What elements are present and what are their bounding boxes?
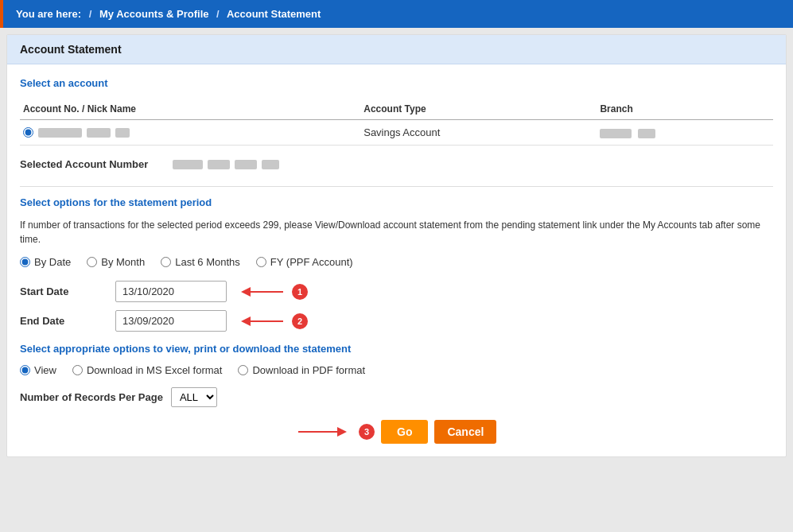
selected-account-value: [173, 160, 279, 169]
start-date-annotation: 1: [239, 284, 308, 300]
account-type-cell: Savings Account: [360, 120, 597, 146]
col-branch: Branch: [597, 99, 773, 120]
account-no-redacted3: [115, 128, 130, 138]
records-label: Number of Records Per Page: [20, 391, 163, 403]
period-section-title: Select options for the statement period: [20, 196, 773, 208]
cancel-button[interactable]: Cancel: [434, 420, 496, 444]
output-label-pdf: Download in PDF format: [252, 364, 365, 376]
actions-row: 3 Go Cancel: [298, 420, 773, 444]
breadcrumb-bar: You are here: / My Accounts & Profile / …: [0, 0, 793, 28]
breadcrumb-home[interactable]: My Accounts & Profile: [99, 8, 208, 20]
output-label-excel: Download in MS Excel format: [87, 364, 223, 376]
period-info-text: If number of transactions for the select…: [20, 218, 773, 247]
period-label-bymonth: By Month: [101, 256, 145, 268]
card-header: Account Statement: [7, 35, 786, 64]
main-card: Account Statement Select an account Acco…: [6, 34, 787, 457]
annotation-2-circle: 2: [292, 313, 308, 329]
end-date-annotation: 2: [239, 313, 308, 329]
branch-redacted1: [600, 129, 632, 138]
arrow-2-icon: [239, 313, 287, 329]
period-option-fy[interactable]: FY (PPF Account): [256, 256, 353, 268]
selected-account-row: Selected Account Number: [20, 155, 773, 173]
card-title: Account Statement: [20, 43, 773, 56]
output-radio-pdf[interactable]: [238, 365, 248, 375]
start-date-input[interactable]: [115, 281, 227, 302]
account-no-redacted: [38, 128, 82, 138]
sel-acc-redacted4: [262, 160, 279, 169]
period-option-bydate[interactable]: By Date: [20, 256, 71, 268]
period-radio-bymonth[interactable]: [87, 257, 97, 267]
output-radio-excel[interactable]: [72, 365, 83, 375]
breadcrumb-prefix: You are here:: [16, 8, 81, 20]
records-row: Number of Records Per Page ALL 10 25 50 …: [20, 387, 773, 407]
account-radio-input[interactable]: [23, 127, 33, 138]
output-option-view[interactable]: View: [20, 364, 56, 376]
account-table: Account No. / Nick Name Account Type Bra…: [20, 99, 773, 146]
period-radio-last6[interactable]: [161, 257, 171, 267]
output-label-view: View: [34, 364, 56, 376]
start-date-row: Start Date 1: [20, 281, 773, 302]
go-annotation: 3: [298, 424, 375, 440]
output-radio-group: View Download in MS Excel format Downloa…: [20, 364, 773, 376]
breadcrumb-current: Account Statement: [227, 8, 321, 20]
end-date-row: End Date 2: [20, 310, 773, 332]
period-radio-bydate[interactable]: [20, 257, 30, 267]
output-option-excel[interactable]: Download in MS Excel format: [72, 364, 223, 376]
sel-acc-redacted1: [173, 160, 203, 169]
annotation-1-circle: 1: [292, 284, 308, 300]
col-account-type: Account Type: [360, 99, 597, 120]
output-option-pdf[interactable]: Download in PDF format: [238, 364, 365, 376]
divider-1: [20, 186, 773, 187]
arrow-3-icon: [298, 424, 354, 440]
breadcrumb-sep1: /: [89, 8, 92, 20]
start-date-label: Start Date: [20, 285, 115, 297]
period-label-fy: FY (PPF Account): [270, 256, 353, 268]
output-radio-view[interactable]: [20, 365, 30, 375]
table-row: Savings Account: [20, 120, 773, 146]
records-select[interactable]: ALL 10 25 50 100: [171, 387, 217, 407]
annotation-3-circle: 3: [359, 424, 375, 440]
arrow-1-icon: [239, 284, 287, 300]
col-account-no: Account No. / Nick Name: [20, 99, 360, 120]
card-body: Select an account Account No. / Nick Nam…: [7, 64, 786, 456]
period-label-bydate: By Date: [34, 256, 71, 268]
sel-acc-redacted3: [235, 160, 257, 169]
period-radio-group: By Date By Month Last 6 Months FY (PPF A…: [20, 256, 773, 268]
end-date-input[interactable]: [115, 310, 227, 332]
selected-account-label: Selected Account Number: [20, 158, 163, 170]
branch-redacted2: [638, 129, 655, 138]
end-date-label: End Date: [20, 315, 115, 327]
breadcrumb-sep2: /: [216, 8, 220, 20]
go-button[interactable]: Go: [381, 420, 428, 444]
period-radio-fy[interactable]: [256, 257, 266, 267]
period-label-last6: Last 6 Months: [175, 256, 240, 268]
period-option-last6[interactable]: Last 6 Months: [161, 256, 240, 268]
output-section-title: Select appropriate options to view, prin…: [20, 343, 773, 355]
period-option-bymonth[interactable]: By Month: [87, 256, 145, 268]
date-fields: Start Date 1: [20, 281, 773, 332]
sel-acc-redacted2: [208, 160, 230, 169]
page-wrapper: You are here: / My Accounts & Profile / …: [0, 0, 793, 457]
account-radio-cell: [23, 127, 357, 138]
account-no-redacted2: [87, 128, 111, 138]
select-account-title: Select an account: [20, 77, 773, 89]
